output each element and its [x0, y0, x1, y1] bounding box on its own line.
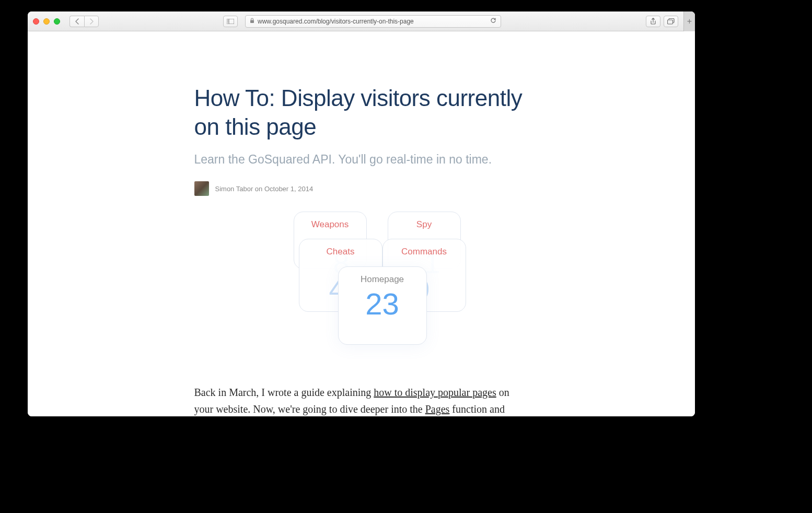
- article: How To: Display visitors currently on th…: [194, 31, 529, 416]
- card-label: Cheats: [299, 247, 382, 257]
- toolbar-right: +: [646, 11, 690, 31]
- card-homepage: Homepage 23: [338, 266, 427, 345]
- zoom-window-button[interactable]: [54, 18, 60, 25]
- tabs-button[interactable]: [664, 16, 678, 27]
- article-title: How To: Display visitors currently on th…: [194, 84, 529, 141]
- lock-icon: [250, 18, 254, 25]
- tabs-icon: [667, 18, 675, 25]
- reload-icon: [490, 17, 496, 24]
- card-label: Weapons: [294, 219, 366, 230]
- close-window-button[interactable]: [33, 18, 39, 25]
- sidebar-icon: [227, 19, 234, 24]
- chevron-right-icon: [89, 18, 94, 25]
- back-button[interactable]: [69, 16, 84, 27]
- page-content: How To: Display visitors currently on th…: [28, 31, 695, 416]
- article-date: October 1, 2014: [264, 185, 313, 193]
- forward-button[interactable]: [84, 16, 99, 27]
- url-text: www.gosquared.com/blog/visitors-currentl…: [258, 18, 414, 25]
- svg-rect-5: [250, 20, 254, 24]
- link-pages[interactable]: Pages: [425, 403, 450, 415]
- svg-rect-7: [668, 20, 673, 24]
- card-label: Homepage: [339, 274, 426, 285]
- sidebar-toggle-button[interactable]: [223, 16, 238, 27]
- author-name: Simon Tabor: [215, 185, 253, 193]
- share-icon: [650, 18, 656, 25]
- body-text: Back in March, I wrote a guide explainin…: [194, 387, 374, 398]
- byline: Simon Tabor on October 1, 2014: [194, 181, 529, 196]
- minimize-window-button[interactable]: [43, 18, 50, 25]
- svg-rect-0: [227, 19, 234, 24]
- paragraph: Back in March, I wrote a guide explainin…: [194, 384, 529, 416]
- link-popular-pages[interactable]: how to display popular pages: [374, 387, 496, 398]
- card-label: Commands: [383, 247, 466, 257]
- plus-icon: +: [687, 17, 692, 26]
- card-label: Spy: [388, 219, 460, 230]
- nav-buttons: [69, 16, 99, 27]
- byline-joiner: on: [253, 185, 264, 193]
- card-number: 23: [339, 289, 426, 319]
- window-controls: [33, 18, 60, 25]
- safari-window: www.gosquared.com/blog/visitors-currentl…: [28, 11, 695, 416]
- cards-illustration: Weapons Spy 8 1 Cheats Commands 4 9 Home…: [252, 212, 471, 358]
- article-subtitle: Learn the GoSquared API. You'll go real-…: [194, 153, 529, 167]
- new-tab-button[interactable]: +: [683, 11, 695, 31]
- chevron-left-icon: [75, 18, 79, 25]
- byline-text: Simon Tabor on October 1, 2014: [215, 185, 314, 193]
- author-avatar: [194, 181, 209, 196]
- address-bar[interactable]: www.gosquared.com/blog/visitors-currentl…: [245, 15, 501, 28]
- share-button[interactable]: [646, 16, 660, 27]
- reload-button[interactable]: [490, 17, 496, 25]
- article-body: Back in March, I wrote a guide explainin…: [194, 384, 529, 416]
- browser-toolbar: www.gosquared.com/blog/visitors-currentl…: [28, 11, 695, 31]
